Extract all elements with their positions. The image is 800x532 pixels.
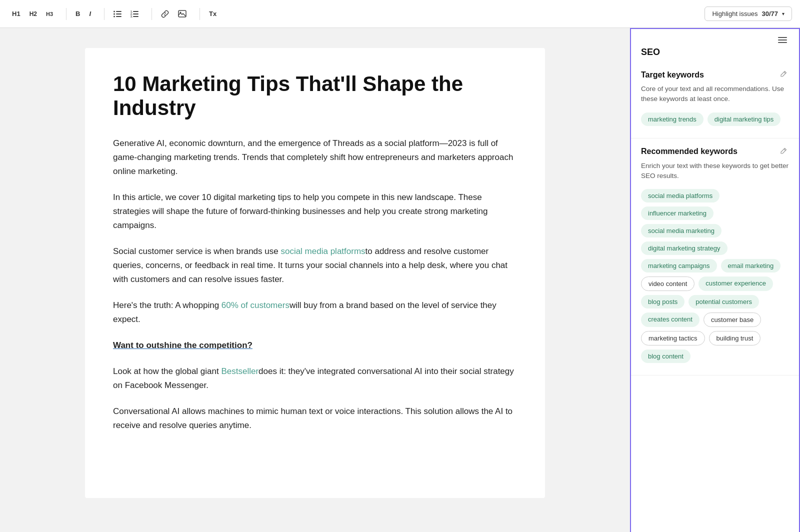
- svg-rect-11: [133, 16, 138, 17]
- pencil-icon: [780, 70, 787, 78]
- insert-buttons: [157, 8, 190, 20]
- target-keywords-section: Target keywords Core of your text and al…: [631, 62, 799, 138]
- target-keywords-tags: marketing trends digital marketing tips: [641, 112, 789, 126]
- kw-building-trust: building trust: [709, 331, 761, 346]
- kw-email-marketing: email marketing: [721, 259, 781, 272]
- seo-title-row: SEO: [631, 45, 799, 62]
- svg-rect-7: [133, 11, 138, 12]
- h2-button[interactable]: H2: [26, 8, 41, 20]
- ordered-list-button[interactable]: 1. 2. 3.: [126, 8, 142, 20]
- kw-social-media-marketing: social media marketing: [641, 224, 722, 238]
- list-buttons: 1. 2. 3.: [110, 8, 142, 20]
- kw-influencer-marketing: influencer marketing: [641, 206, 714, 220]
- seo-panel-title: SEO: [641, 47, 660, 57]
- paragraph-5: Look at how the global giant Bestsellerd…: [113, 364, 517, 392]
- recommended-keywords-edit-button[interactable]: [778, 146, 789, 157]
- recommended-keywords-desc: Enrich your text with these keywords to …: [641, 161, 789, 182]
- kw-customer-base: customer base: [704, 312, 761, 327]
- link-icon: [161, 10, 169, 18]
- target-keywords-header: Target keywords: [641, 70, 789, 80]
- paragraph-2: In this article, we cover 10 digital mar…: [113, 190, 517, 232]
- svg-rect-1: [116, 11, 122, 12]
- truth-prefix: Here's the truth: A whopping: [113, 300, 222, 310]
- paragraph-3: Social customer service is when brands u…: [113, 244, 517, 286]
- kw-creates-content: creates content: [641, 312, 700, 327]
- svg-rect-3: [116, 14, 122, 14]
- unordered-list-icon: [114, 10, 122, 18]
- sixty-percent-link[interactable]: 60% of customers: [222, 300, 290, 310]
- want-heading: Want to outshine the competition?: [113, 338, 517, 352]
- ordered-list-icon: 1. 2. 3.: [130, 10, 138, 18]
- paragraph-6: Conversational AI allows machines to mim…: [113, 404, 517, 432]
- bold-button[interactable]: B: [72, 8, 84, 20]
- target-keywords-desc: Core of your text and all recommendation…: [641, 84, 789, 104]
- chevron-down-icon: ▾: [782, 11, 784, 16]
- link-button[interactable]: [157, 8, 173, 20]
- highlight-label: Highlight issues: [712, 10, 758, 18]
- h3-button[interactable]: H3: [42, 8, 57, 20]
- seo-panel-header: [631, 29, 799, 45]
- highlight-count: 30/77: [762, 10, 778, 18]
- seo-panel: SEO Target keywords Core of your text an…: [630, 28, 800, 532]
- svg-text:3.: 3.: [130, 15, 133, 18]
- pencil-icon-rec: [780, 148, 787, 154]
- svg-rect-5: [116, 16, 122, 17]
- editor-area[interactable]: 10 Marketing Tips That'll Shape the Indu…: [0, 28, 630, 532]
- unordered-list-button[interactable]: [110, 8, 126, 20]
- main-area: 10 Marketing Tips That'll Shape the Indu…: [0, 28, 800, 532]
- kw-potential-customers: potential customers: [688, 295, 759, 308]
- recommended-keywords-tags: social media platforms influencer market…: [641, 189, 789, 363]
- article-body: Generative AI, economic downturn, and th…: [113, 136, 517, 433]
- svg-point-4: [114, 16, 115, 17]
- target-keywords-edit-button[interactable]: [778, 70, 789, 80]
- kw-marketing-tactics: marketing tactics: [641, 331, 705, 346]
- recommended-keywords-section: Recommended keywords Enrich your text wi…: [631, 138, 799, 376]
- kw-marketing-campaigns: marketing campaigns: [641, 259, 717, 272]
- highlight-issues-button[interactable]: Highlight issues 30/77 ▾: [704, 6, 792, 21]
- kw-social-media-platforms: social media platforms: [641, 189, 720, 202]
- clear-format-label: Tx: [209, 10, 216, 18]
- editor-toolbar: H1 H2 H3 B I 1. 2. 3.: [0, 0, 800, 28]
- hamburger-icon: [778, 37, 787, 43]
- kw-customer-experience: customer experience: [698, 276, 773, 291]
- recommended-keywords-title: Recommended keywords: [641, 147, 738, 156]
- image-icon: [178, 10, 186, 18]
- separator-1: [66, 8, 66, 20]
- italic-button[interactable]: I: [85, 8, 95, 20]
- separator-3: [152, 8, 152, 20]
- kw-video-content: video content: [641, 276, 694, 291]
- separator-4: [200, 8, 200, 20]
- svg-rect-9: [133, 14, 138, 14]
- keyword-tag-marketing-trends: marketing trends: [641, 112, 704, 126]
- editor-content[interactable]: 10 Marketing Tips That'll Shape the Indu…: [85, 48, 545, 498]
- social-media-link[interactable]: social media platforms: [280, 246, 365, 256]
- kw-blog-posts: blog posts: [641, 295, 684, 308]
- h1-button[interactable]: H1: [8, 8, 24, 20]
- look-prefix: Look at how the global giant: [113, 366, 221, 376]
- svg-point-2: [114, 13, 115, 14]
- heading-buttons: H1 H2 H3: [8, 8, 57, 20]
- separator-2: [104, 8, 104, 20]
- social-service-prefix: Social customer service is when brands u…: [113, 246, 280, 256]
- seo-panel-menu-button[interactable]: [774, 35, 791, 45]
- recommended-keywords-header: Recommended keywords: [641, 146, 789, 157]
- format-buttons: B I: [72, 8, 95, 20]
- kw-blog-content: blog content: [641, 350, 690, 363]
- clear-format-button[interactable]: Tx: [205, 8, 220, 20]
- bestseller-link[interactable]: Bestseller: [221, 366, 258, 376]
- image-button[interactable]: [174, 8, 190, 20]
- svg-point-0: [114, 10, 115, 12]
- keyword-tag-digital-marketing-tips: digital marketing tips: [708, 112, 781, 126]
- kw-digital-marketing-strategy: digital marketing strategy: [641, 242, 728, 255]
- article-title[interactable]: 10 Marketing Tips That'll Shape the Indu…: [113, 72, 517, 120]
- target-keywords-title: Target keywords: [641, 70, 704, 80]
- paragraph-4: Here's the truth: A whopping 60% of cust…: [113, 298, 517, 326]
- paragraph-1: Generative AI, economic downturn, and th…: [113, 136, 517, 178]
